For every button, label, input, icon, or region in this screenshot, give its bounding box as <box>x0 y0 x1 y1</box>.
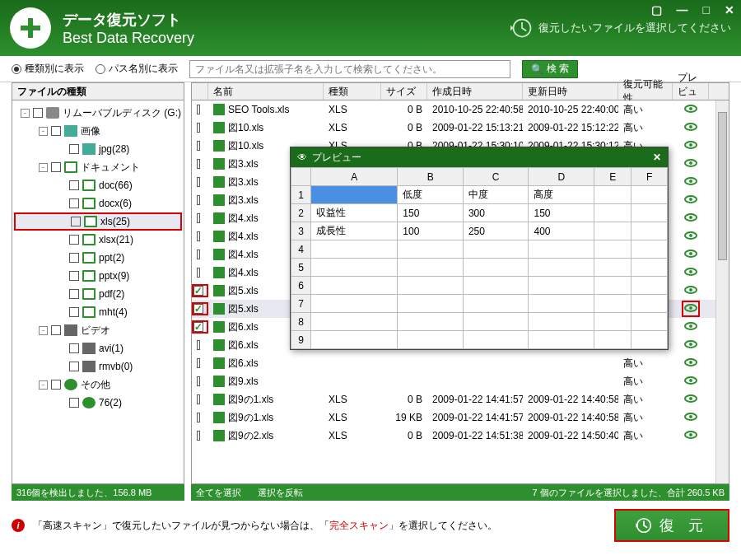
table-row[interactable]: 図9の2.xlsXLS0 B2009-01-22 14:51:382009-01… <box>192 427 729 445</box>
preview-cell[interactable] <box>398 295 464 313</box>
preview-cell[interactable] <box>594 222 631 240</box>
window-min-button[interactable]: — <box>677 3 688 16</box>
scroll-thumb[interactable] <box>718 112 727 260</box>
cell-preview[interactable] <box>673 376 709 387</box>
tree-node[interactable]: docx(6) <box>14 194 182 212</box>
table-row[interactable]: 図6.xls高い <box>192 354 729 372</box>
table-row[interactable]: 図9.xls高い <box>192 372 729 390</box>
preview-cell[interactable] <box>594 277 631 295</box>
tree-checkbox[interactable] <box>69 180 79 190</box>
tree-toggle[interactable]: - <box>39 326 48 335</box>
eye-icon[interactable] <box>684 213 697 222</box>
row-checkbox[interactable] <box>197 105 200 114</box>
preview-cell[interactable] <box>631 186 668 204</box>
eye-icon[interactable] <box>684 340 697 348</box>
preview-cell[interactable] <box>311 277 398 295</box>
preview-cell[interactable]: 250 <box>463 222 529 240</box>
tree-checkbox[interactable] <box>69 144 79 154</box>
row-checkbox[interactable] <box>197 376 200 386</box>
tree-checkbox[interactable] <box>51 325 61 335</box>
cell-preview[interactable] <box>673 321 709 333</box>
table-row[interactable]: 図10.xlsXLS0 B2009-01-22 15:13:212009-01-… <box>192 119 729 137</box>
window-tool-button[interactable]: ▢ <box>651 3 662 16</box>
eye-icon[interactable] <box>684 177 697 185</box>
tree-node[interactable]: rmvb(0) <box>14 357 182 376</box>
preview-cell[interactable] <box>529 313 594 331</box>
preview-cell[interactable] <box>631 313 668 331</box>
cell-preview[interactable] <box>673 339 709 351</box>
select-all-link[interactable]: 全てを選択 <box>196 487 241 499</box>
preview-cell[interactable] <box>463 259 529 277</box>
preview-cell[interactable] <box>529 331 594 349</box>
preview-cell[interactable] <box>463 331 529 349</box>
preview-cell[interactable]: 150 <box>529 204 594 222</box>
radio-by-path[interactable]: パス名別に表示 <box>96 62 178 76</box>
eye-icon[interactable] <box>684 268 697 276</box>
preview-cell[interactable] <box>311 240 398 259</box>
tree-node[interactable]: avi(1) <box>14 339 182 357</box>
tree-checkbox[interactable] <box>69 235 79 245</box>
row-checkbox[interactable]: ✓ <box>193 286 203 296</box>
tree-checkbox[interactable] <box>69 398 79 408</box>
recover-button[interactable]: 復 元 <box>614 509 729 542</box>
col-cdate[interactable]: 作成日時 <box>427 83 523 100</box>
tree-checkbox[interactable] <box>51 162 61 172</box>
table-row[interactable]: 図9の1.xlsXLS19 KB2009-01-22 14:41:572009-… <box>192 408 729 427</box>
preview-cell[interactable] <box>631 240 668 259</box>
preview-cell[interactable] <box>594 186 631 204</box>
cell-preview[interactable] <box>673 140 709 152</box>
eye-icon[interactable] <box>684 358 697 366</box>
tree-node[interactable]: -画像 <box>14 122 182 140</box>
eye-icon[interactable] <box>684 376 697 385</box>
row-checkbox[interactable] <box>197 213 200 223</box>
tree-toggle[interactable]: - <box>21 109 30 118</box>
preview-cell[interactable] <box>463 313 529 331</box>
tree-checkbox[interactable] <box>69 198 79 208</box>
eye-icon[interactable] <box>684 413 697 421</box>
tree-checkbox[interactable] <box>33 108 43 118</box>
full-scan-link[interactable]: 完全スキャン <box>329 520 389 531</box>
tree-node[interactable]: -ドキュメント <box>14 158 182 176</box>
eye-icon[interactable] <box>684 231 697 240</box>
tree-checkbox[interactable] <box>51 380 61 390</box>
tree-toggle[interactable]: - <box>39 163 48 172</box>
tree-checkbox[interactable] <box>69 343 79 353</box>
row-checkbox[interactable] <box>197 250 200 259</box>
cell-preview[interactable] <box>673 285 709 296</box>
preview-cell[interactable] <box>463 295 529 313</box>
tree-checkbox[interactable] <box>69 271 79 281</box>
preview-cell[interactable] <box>631 277 668 295</box>
eye-icon[interactable] <box>684 286 697 294</box>
eye-icon[interactable] <box>684 250 697 258</box>
cell-preview[interactable] <box>673 158 709 170</box>
eye-icon[interactable] <box>684 141 697 149</box>
preview-cell[interactable]: 300 <box>463 204 529 222</box>
preview-cell[interactable]: 中度 <box>463 186 529 204</box>
preview-cell[interactable] <box>311 295 398 313</box>
tree-node[interactable]: -リムーバブルディスク (G:) <box>14 104 182 122</box>
tree-checkbox[interactable] <box>69 253 79 263</box>
tree-node[interactable]: xls(25) <box>14 212 182 231</box>
preview-cell[interactable] <box>594 313 631 331</box>
search-input[interactable] <box>189 60 510 78</box>
tree-node[interactable]: jpg(28) <box>14 140 182 158</box>
preview-cell[interactable] <box>529 295 594 313</box>
row-checkbox[interactable] <box>197 141 200 151</box>
tree-node[interactable]: ppt(2) <box>14 249 182 267</box>
col-name[interactable]: 名前 <box>208 83 324 100</box>
eye-icon[interactable] <box>684 159 697 167</box>
tree-checkbox[interactable] <box>71 217 81 226</box>
tree-body[interactable]: -リムーバブルディスク (G:)-画像jpg(28)-ドキュメントdoc(66)… <box>12 100 184 484</box>
preview-cell[interactable] <box>594 331 631 349</box>
preview-cell[interactable] <box>529 277 594 295</box>
row-checkbox[interactable] <box>197 431 200 441</box>
preview-cell[interactable] <box>631 295 668 313</box>
row-checkbox[interactable] <box>197 394 200 404</box>
preview-cell[interactable] <box>594 204 631 222</box>
preview-cell[interactable] <box>311 259 398 277</box>
tree-node[interactable]: mht(4) <box>14 303 182 321</box>
tree-checkbox[interactable] <box>51 126 61 136</box>
cell-preview[interactable] <box>673 122 709 133</box>
row-checkbox[interactable] <box>197 177 200 187</box>
cell-preview[interactable] <box>673 231 709 242</box>
